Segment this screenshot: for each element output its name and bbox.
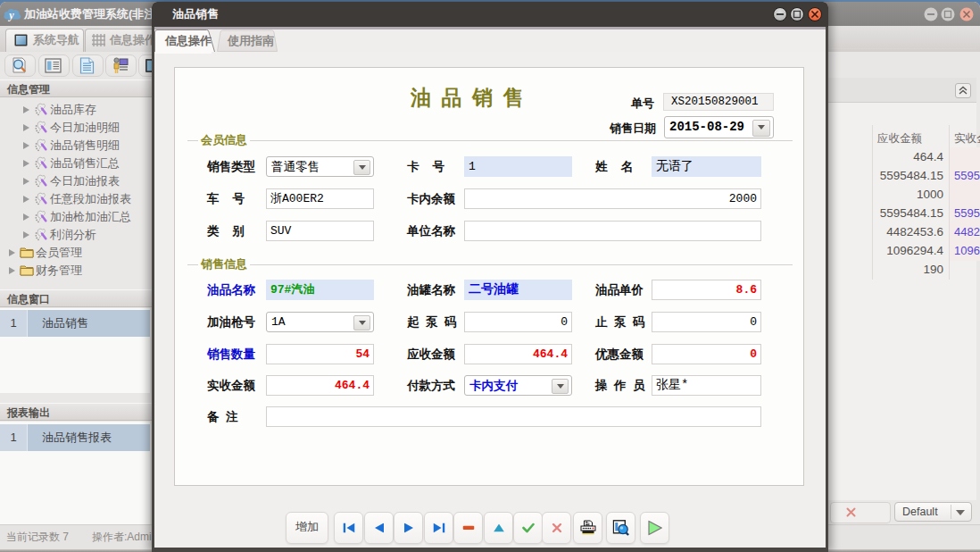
svg-text:y: y	[7, 9, 14, 21]
